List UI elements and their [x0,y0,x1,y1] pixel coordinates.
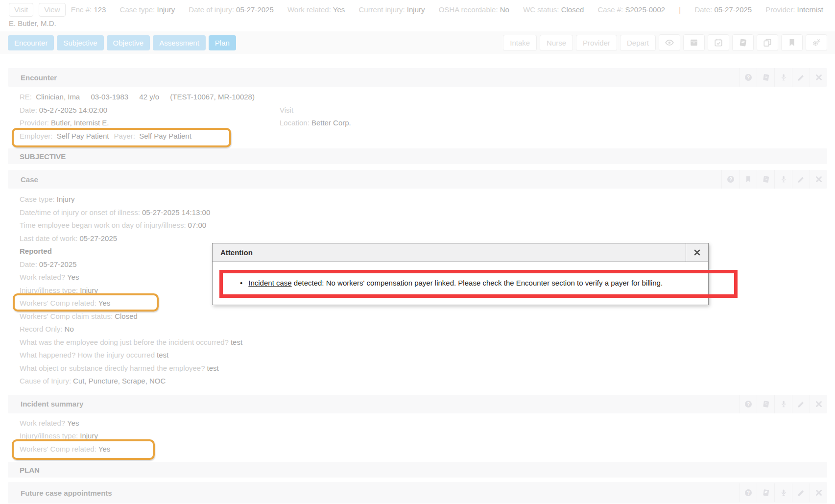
encounter-section-header: Encounter ? [8,68,827,87]
svg-text:?: ? [746,401,749,407]
case-number: Case #: S2025-0002 [598,5,666,14]
close-icon[interactable] [686,243,708,262]
help-icon[interactable]: ? [739,483,757,502]
tab-objective[interactable]: Objective [107,35,150,50]
pencil-icon[interactable] [792,170,810,189]
wc-status: WC status: Closed [523,5,584,14]
tab-encounter[interactable]: Encounter [8,35,54,50]
encounter-date: 05-27-2025 14:02:00 [39,106,107,114]
case-info-bar: Visit View Enc #: 123 Case type: Injury … [0,0,835,30]
pencil-icon[interactable] [792,68,810,87]
field-row: Date/time of injury or onset of illness:… [8,206,827,219]
field-row: What object or substance directly harmed… [8,362,827,375]
page: Visit View Enc #: 123 Case type: Injury … [0,0,835,504]
pencil-icon[interactable] [792,483,810,502]
tab-assessment[interactable]: Assessment [153,35,206,50]
highlight-box-case-workers-comp [13,293,159,312]
intake-button[interactable]: Intake [503,35,537,51]
patient-ids: (TEST-10067, MR-10028) [170,93,255,101]
patient-dob: 03-03-1983 [91,93,128,101]
encounter-location: Better Corp. [311,119,351,127]
dialog-title: Attention [213,248,253,257]
visit-label: Visit [280,106,293,114]
archive-icon[interactable] [683,34,705,51]
provider-button[interactable]: Provider [576,35,617,51]
tab-plan[interactable]: Plan [209,35,236,50]
view-button[interactable]: View [39,3,65,17]
bookmark-icon[interactable] [781,34,803,51]
svg-text:?: ? [746,75,749,80]
incident-summary-header: Incident summary ? [8,395,827,413]
microphone-icon[interactable] [774,483,792,502]
field-row: Cause of Injury:Cut, Puncture, Scrape, N… [8,375,827,388]
field-row: Work related?Yes [8,417,827,430]
encounter-provider: Butler, Internist E. [51,119,109,127]
note-tab-bar: Encounter Subjective Objective Assessmen… [0,31,835,54]
field-row: Workers' Comp claim status:Closed [8,310,827,323]
book-icon[interactable] [757,395,774,413]
tab-subjective[interactable]: Subjective [57,35,103,50]
copy-icon[interactable] [757,34,778,51]
visit-date: Date: 05-27-2025 [694,5,752,14]
separator: | [679,5,681,14]
alert-emphasis-box [219,270,738,298]
calendar-check-icon[interactable] [708,34,729,51]
enc-number: Enc #: 123 [71,5,106,14]
nurse-button[interactable]: Nurse [540,35,573,51]
section-title: Case [21,175,38,184]
svg-text:?: ? [746,490,749,496]
section-title: Incident summary [21,400,83,408]
section-actions: ? [739,483,827,502]
visit-button[interactable]: Visit [9,3,33,17]
close-icon[interactable] [810,395,827,413]
book-icon[interactable] [757,170,774,189]
close-icon[interactable] [810,170,827,189]
microphone-icon[interactable] [774,68,792,87]
patient-line: RE: Clinician, Ima 03-03-1983 42 y/o (TE… [8,91,827,104]
svg-text:?: ? [729,177,732,182]
case-section-header: Case ? [8,170,827,189]
date-of-injury: Date of injury: 05-27-2025 [189,5,273,14]
patient-name: Clinician, Ima [36,93,80,101]
osha-recordable: OSHA recordable: No [439,5,509,14]
help-icon[interactable]: ? [721,170,739,189]
plan-heading: PLAN [8,462,827,478]
settings-gears-icon[interactable] [806,34,827,51]
section-actions: ? [721,170,827,189]
workflow-toolbar: Intake Nurse Provider Depart [503,34,827,51]
help-icon[interactable]: ? [739,68,757,87]
field-row: Record Only:No [8,323,827,336]
bookmark-icon[interactable] [739,170,757,189]
current-injury: Current injury: Injury [358,5,425,14]
eye-icon[interactable] [659,34,680,51]
attention-dialog-header: Attention [213,243,708,262]
field-row: What was the employee doing just before … [8,336,827,349]
future-appointments-section: Future case appointments ? [8,482,827,504]
book-icon[interactable] [757,68,774,87]
field-row: What happened? How the injury occurredte… [8,349,827,362]
highlight-box-incident-workers-comp [12,439,155,460]
microphone-icon[interactable] [774,395,792,413]
patient-age: 42 y/o [139,93,159,101]
book-icon[interactable] [732,34,754,51]
book-icon[interactable] [757,483,774,502]
microphone-icon[interactable] [774,170,792,189]
future-appointments-header: Future case appointments ? [8,482,827,504]
field-row: Time employee began work on day of injur… [8,219,827,232]
depart-button[interactable]: Depart [620,35,656,51]
close-icon[interactable] [810,68,827,87]
highlight-box-employer-payer [12,128,231,147]
help-icon[interactable]: ? [739,395,757,413]
section-title: Future case appointments [21,489,112,497]
case-type: Case type: Injury [120,5,175,14]
field-row: Case type:Injury [8,193,827,206]
close-icon[interactable] [810,483,827,502]
section-actions: ? [739,68,827,87]
date-visit-row: Date:05-27-2025 14:02:00 Visit [8,104,827,117]
section-actions: ? [739,395,827,413]
work-related: Work related: Yes [287,5,345,14]
subjective-heading: SUBJECTIVE [8,148,827,164]
pencil-icon[interactable] [792,395,810,413]
section-title: Encounter [21,73,57,82]
